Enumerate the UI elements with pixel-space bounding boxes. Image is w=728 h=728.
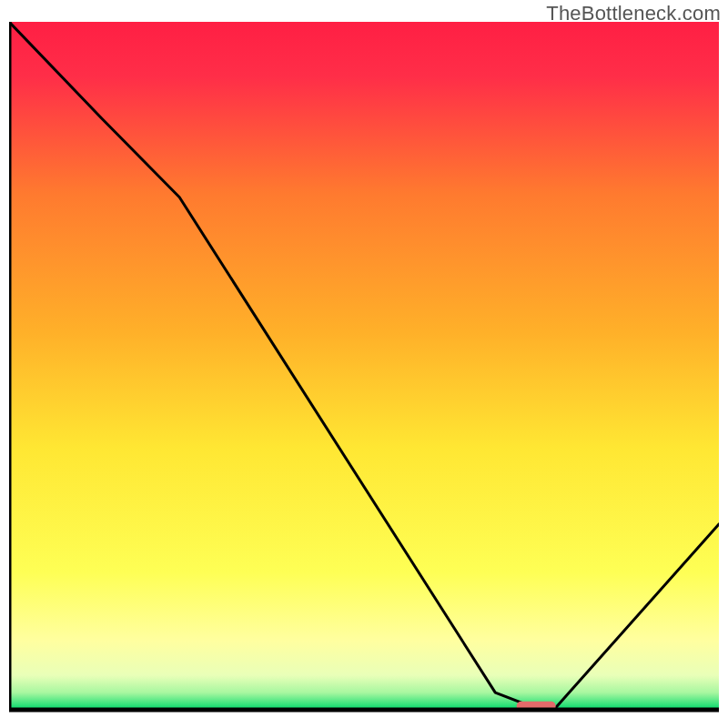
chart-svg xyxy=(9,22,719,719)
plot-area xyxy=(9,22,719,719)
heatmap-background xyxy=(9,22,719,710)
watermark-text: TheBottleneck.com xyxy=(546,2,721,25)
chart-root: TheBottleneck.com xyxy=(0,0,728,728)
